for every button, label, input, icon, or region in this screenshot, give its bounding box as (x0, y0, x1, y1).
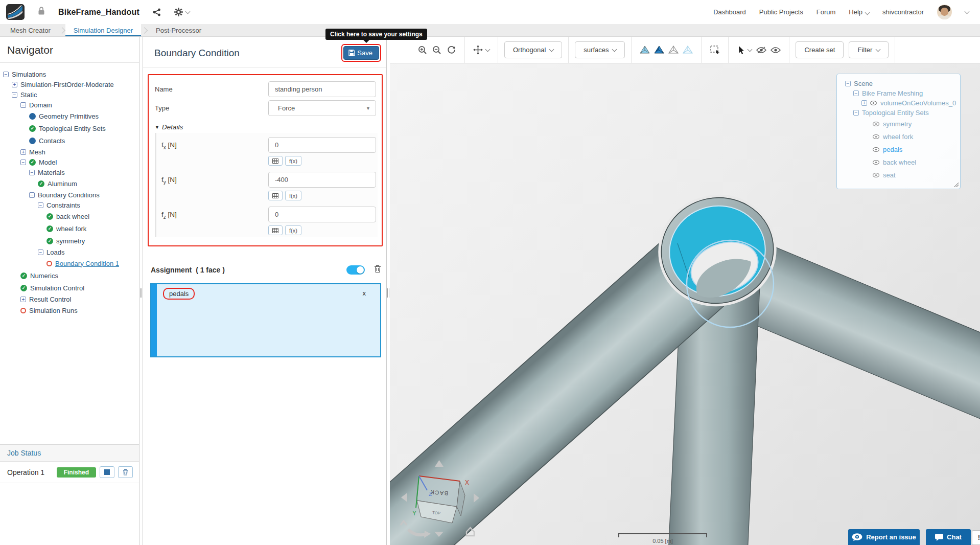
table-input-button[interactable] (268, 156, 283, 166)
remove-assignment-button[interactable]: x (363, 289, 366, 297)
nav-item-domain[interactable]: Domain (20, 100, 137, 110)
fx-input[interactable] (268, 137, 376, 153)
stop-operation-button[interactable] (100, 466, 114, 478)
nav-item-model[interactable]: Model (20, 157, 137, 167)
nav-item-topological-entity-sets[interactable]: Topological Entity Sets (29, 122, 137, 134)
expand-icon[interactable] (20, 149, 26, 155)
tab-post-processor[interactable]: Post-Processor (148, 24, 209, 36)
settings-gear-icon[interactable] (174, 8, 190, 16)
scene-item-pedals[interactable]: pedals (873, 143, 956, 156)
nav-item-contacts[interactable]: Contacts (29, 134, 137, 147)
fy-input[interactable] (268, 172, 376, 188)
nav-item-back-wheel[interactable]: back wheel (46, 210, 137, 222)
nav-help[interactable]: Help (849, 8, 869, 16)
nav-dashboard[interactable]: Dashboard (713, 8, 746, 16)
expand-icon[interactable] (20, 297, 26, 302)
resize-grip[interactable] (387, 288, 389, 298)
pan-mode-button[interactable] (471, 42, 492, 58)
collapse-icon[interactable] (12, 92, 17, 98)
box-select-button[interactable] (708, 42, 722, 58)
delete-operation-button[interactable] (118, 466, 133, 478)
report-issue-button[interactable]: Report an issue (848, 529, 920, 545)
render-mode-select-button[interactable]: surfaces (575, 41, 625, 58)
show-volumes-button[interactable] (638, 42, 652, 58)
name-input[interactable] (268, 81, 376, 97)
nav-item-geometry-primitives[interactable]: Geometry Primitives (29, 110, 137, 122)
collapse-icon[interactable] (38, 249, 43, 255)
save-button[interactable]: Save (343, 46, 379, 60)
visibility-eye-icon[interactable] (873, 122, 879, 126)
scene-item-topological-entity-sets[interactable]: Topological Entity Sets (853, 108, 956, 118)
scene-item-scene[interactable]: Scene (845, 79, 956, 88)
share-icon[interactable] (153, 8, 161, 16)
collapse-icon[interactable] (20, 160, 26, 165)
alert-button[interactable]: ! (972, 530, 980, 545)
formula-input-button[interactable]: f(x) (285, 156, 301, 166)
nav-item-simulation-runs[interactable]: Simulation Runs (20, 304, 137, 316)
nav-item-aluminum[interactable]: Aluminum (38, 177, 137, 190)
app-logo-icon[interactable] (6, 4, 25, 20)
scene-item-wheel-fork[interactable]: wheel fork (873, 130, 956, 143)
nav-item-static[interactable]: Static (12, 89, 137, 100)
nav-public-projects[interactable]: Public Projects (759, 8, 803, 16)
collapse-icon[interactable] (29, 170, 35, 175)
collapse-icon[interactable] (20, 102, 26, 108)
show-faces-button[interactable] (652, 42, 666, 58)
nav-item-loads[interactable]: Loads (38, 247, 137, 257)
rotate-right-arrow[interactable] (474, 493, 479, 503)
expand-icon[interactable] (12, 82, 17, 87)
select-mode-button[interactable] (735, 42, 754, 58)
collapse-icon[interactable] (853, 90, 859, 96)
formula-input-button[interactable]: f(x) (285, 191, 301, 200)
nav-item-wheel-fork[interactable]: wheel fork (46, 222, 137, 235)
reset-view-button[interactable] (444, 42, 458, 58)
zoom-out-button[interactable] (430, 42, 444, 58)
table-input-button[interactable] (268, 191, 283, 200)
assignment-box-content[interactable]: pedals x (157, 284, 380, 356)
nav-item-constraints[interactable]: Constraints (38, 200, 137, 210)
hide-selection-button[interactable] (754, 42, 768, 58)
viewport-canvas[interactable]: Scene Bike Frame Meshing volumeOnGeoVolu… (390, 63, 980, 545)
rotate-left-arrow[interactable] (401, 493, 407, 502)
nav-item-symmetry[interactable]: symmetry (46, 235, 137, 247)
home-view-icon[interactable] (466, 528, 474, 536)
chevron-down-icon[interactable] (965, 9, 970, 14)
pedals-chip-annotation[interactable]: pedals (163, 288, 195, 300)
type-select[interactable]: Force▼ (268, 100, 376, 116)
rotate-down-arrow[interactable] (434, 532, 444, 537)
nav-item-simulation-firstorder-moderate[interactable]: Simulation-FirstOrder-Moderate (12, 79, 137, 89)
nav-item-mesh[interactable]: Mesh (20, 147, 137, 157)
collapse-icon[interactable] (853, 110, 859, 116)
formula-input-button[interactable]: f(x) (285, 225, 301, 235)
tab-simulation-designer[interactable]: Simulation Designer (65, 24, 141, 36)
scene-item-volumeongeovolumes[interactable]: volumeOnGeoVolumes_0 (861, 98, 956, 108)
nav-item-materials[interactable]: Materials (29, 167, 137, 177)
collapse-icon[interactable] (3, 72, 9, 77)
scene-item-bike-frame-meshing[interactable]: Bike Frame Meshing (853, 88, 956, 98)
table-input-button[interactable] (268, 225, 283, 235)
collapse-icon[interactable] (38, 202, 43, 208)
resize-handle[interactable] (954, 183, 959, 187)
visibility-eye-icon[interactable] (873, 160, 879, 165)
zoom-in-button[interactable] (415, 42, 430, 58)
nav-item-simulation-control[interactable]: Simulation Control (20, 282, 137, 294)
orientation-widget[interactable]: BACK TOP X Y Z (395, 452, 507, 544)
nav-forum[interactable]: Forum (816, 8, 836, 16)
nav-item-simulations[interactable]: Simulations (3, 69, 137, 79)
nav-username[interactable]: shivcontractor (882, 8, 924, 16)
resize-grip[interactable] (140, 288, 142, 298)
fz-input[interactable] (268, 207, 376, 222)
visibility-eye-icon[interactable] (873, 134, 879, 139)
visibility-eye-icon[interactable] (873, 147, 879, 152)
create-set-button[interactable]: Create set (796, 41, 844, 58)
scene-item-symmetry[interactable]: symmetry (873, 118, 956, 130)
filter-button[interactable]: Filter (849, 41, 889, 58)
nav-item-boundary-conditions[interactable]: Boundary Conditions (29, 190, 137, 200)
show-selection-button[interactable] (768, 42, 783, 58)
rotate-up-arrow[interactable] (435, 460, 444, 467)
details-header[interactable]: ▼ Details (155, 123, 378, 131)
chat-button[interactable]: Chat (926, 529, 971, 545)
scene-item-seat[interactable]: seat (873, 169, 956, 181)
scene-item-back-wheel[interactable]: back wheel (873, 156, 956, 169)
nav-item-boundary-condition-1[interactable]: Boundary Condition 1 (46, 257, 137, 269)
